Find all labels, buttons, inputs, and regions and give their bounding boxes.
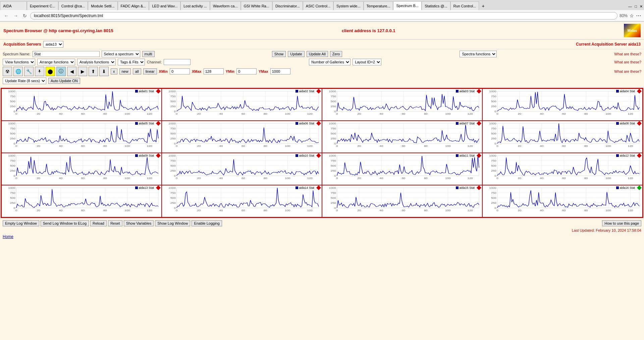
tab-run[interactable]: Run Control... — [450, 1, 479, 10]
svg-text:0: 0 — [176, 112, 178, 115]
ymax-input[interactable] — [270, 68, 290, 74]
tab-stats[interactable]: Statistics @... — [422, 1, 450, 10]
enable-logging-button[interactable]: Enable Logging — [192, 220, 222, 226]
svg-text:100: 100 — [445, 209, 451, 212]
spectrum-cell-aida07[interactable]: aida07 Stat 0 250 500 750 1000 0 20 — [322, 121, 482, 153]
tab-disc[interactable]: Discriminator... — [272, 1, 303, 10]
minimize-button[interactable]: — — [628, 4, 632, 9]
all-button[interactable]: all — [133, 68, 141, 74]
spectrum-cell-aida10[interactable]: aida10 Stat 0 250 500 750 1000 0 20 — [162, 153, 322, 185]
tab-lost[interactable]: Lost activity ... — [180, 1, 210, 10]
how-to-button[interactable]: How to use this page — [602, 220, 641, 226]
arrange-functions-select[interactable]: Arrange functions — [37, 59, 75, 65]
tab-asic[interactable]: ASIC Control... — [303, 1, 333, 10]
update-button[interactable]: Update — [288, 51, 304, 57]
forward-button[interactable]: → — [12, 12, 19, 19]
maximize-button[interactable]: □ — [635, 4, 637, 9]
reset-button[interactable]: Reset — [108, 220, 122, 226]
back-button[interactable]: ← — [3, 12, 10, 19]
tab-led[interactable]: LED and Wav... — [149, 1, 180, 10]
send-log-button[interactable]: Send Log Window to ELog — [41, 220, 89, 226]
server-select[interactable]: aida13 — [43, 41, 63, 48]
spectrum-cell-aida13[interactable]: aida13 Stat 0 250 500 750 1000 0 20 — [1, 185, 162, 217]
address-input[interactable] — [30, 12, 618, 19]
multi-button[interactable]: multi — [142, 51, 155, 57]
reload-button[interactable]: Reload — [90, 220, 107, 226]
cursor-icon-btn[interactable]: 🖈 — [35, 67, 44, 76]
tab-gsi[interactable]: GSI White Ra... — [241, 1, 272, 10]
spectrum-title-aida11: aida11 Stat — [455, 154, 475, 157]
channel-input[interactable] — [164, 59, 191, 65]
left-arrow-icon-btn[interactable]: ◀ — [67, 67, 76, 76]
spectrum-cell-aida09[interactable]: aida09 Stat 0 250 500 750 1000 0 20 — [1, 153, 162, 185]
tab-temp[interactable]: Temperature... — [364, 1, 393, 10]
spectrum-cell-aida16[interactable]: aida16 Stat 0 250 500 750 1000 0 20 — [482, 185, 643, 217]
radioactive-icon-btn[interactable]: ☢ — [3, 67, 12, 76]
tab-control[interactable]: Control @ca... — [58, 1, 88, 10]
tags-fits-select[interactable]: Tags & Fits — [118, 59, 145, 65]
linear-button[interactable]: linear — [143, 68, 157, 74]
view-functions-select[interactable]: View functions — [3, 59, 35, 65]
x-button[interactable]: x — [111, 68, 117, 74]
spectrum-cell-aida14[interactable]: aida14 Stat 0 250 500 750 1000 0 20 — [162, 185, 322, 217]
update-rate-select[interactable]: Update Rate (8 secs) — [3, 77, 46, 84]
new-tab-button[interactable]: + — [479, 2, 487, 10]
what-are-2[interactable]: What are these? — [614, 60, 641, 64]
tab-module[interactable]: Module Setti... — [88, 1, 117, 10]
up-icon-btn[interactable]: ⬆ — [89, 67, 98, 76]
svg-text:500: 500 — [491, 164, 497, 167]
spectrum-cell-aida11[interactable]: aida11 Stat 0 250 500 750 1000 0 20 — [322, 153, 482, 185]
show-button[interactable]: Show — [272, 51, 286, 57]
spectrum-cell-aida06[interactable]: aida06 Stat 0 250 500 750 1000 0 20 — [162, 121, 322, 153]
auto-update-button[interactable]: Auto Update ON — [48, 78, 80, 84]
spectrum-cell-aida02[interactable]: aida02 Stat 0 250 500 750 1000 0 20 — [162, 89, 322, 121]
right-arrow-icon-btn[interactable]: ▶ — [78, 67, 87, 76]
spectrum-cell-aida15[interactable]: aida15 Stat 0 250 500 750 1000 0 20 — [322, 185, 482, 217]
tab-fadc[interactable]: FADC Align &... — [118, 1, 149, 10]
show-log-button[interactable]: Show Log Window — [155, 220, 190, 226]
zero-button[interactable]: Zero — [330, 51, 342, 57]
reload-nav-button[interactable]: ↻ — [21, 12, 28, 19]
spectrum-cell-aida05[interactable]: aida05 Stat 0 250 500 750 1000 0 20 — [1, 121, 162, 153]
home-link[interactable]: Home — [0, 233, 644, 240]
tab-system[interactable]: System wide... — [333, 1, 364, 10]
spectrum-cell-aida03[interactable]: aida03 Stat 0 250 500 750 1000 0 20 — [322, 89, 482, 121]
more-button[interactable]: ⋯ — [636, 12, 641, 19]
acquisition-servers: Acquisition Servers aida13 — [3, 41, 63, 48]
close-button[interactable]: ✕ — [640, 4, 643, 9]
update-all-button[interactable]: Update All — [307, 51, 328, 57]
info-icon-btn[interactable]: ⓘ — [56, 67, 66, 76]
svg-text:750: 750 — [491, 191, 497, 194]
number-of-galleries-select[interactable]: Number of Galleries — [309, 59, 351, 65]
tab-waveform[interactable]: Waveform ca... — [210, 1, 241, 10]
spectrum-cell-aida01[interactable]: aida01 Stat 0 250 500 750 1000 0 20 — [1, 89, 162, 121]
tab-aida[interactable]: AIDA — [0, 1, 27, 10]
spectrum-cell-aida12[interactable]: aida12 Stat 0 250 500 750 1000 0 20 — [482, 153, 643, 185]
spectrum-name-input[interactable] — [33, 51, 100, 57]
svg-text:250: 250 — [331, 169, 336, 172]
spectra-functions-select[interactable]: Spectra functions — [460, 51, 497, 57]
what-are-1[interactable]: What are these? — [614, 52, 641, 56]
what-are-3[interactable]: What are these? — [614, 69, 641, 73]
chart-aida08: 0 250 500 750 1000 0 20 40 60 80 100 12 — [483, 122, 642, 152]
tab-experiment[interactable]: Experiment C... — [27, 1, 58, 10]
svg-text:40: 40 — [540, 177, 544, 179]
circle-icon-btn[interactable]: ⬤ — [46, 67, 55, 76]
svg-text:250: 250 — [170, 202, 176, 204]
empty-log-button[interactable]: Empty Log Window — [3, 220, 39, 226]
analysis-functions-select[interactable]: Analysis functions — [77, 59, 116, 65]
select-spectrum-dropdown[interactable]: Select a spectrum — [102, 51, 140, 57]
tools-icon-btn[interactable]: 🔧 — [24, 67, 34, 76]
xmin-input[interactable] — [170, 68, 190, 74]
ymin-input[interactable] — [236, 68, 257, 74]
bookmark-button[interactable]: ☆ — [630, 13, 634, 18]
globe-icon-btn[interactable]: 🌐 — [13, 67, 23, 76]
new-button[interactable]: new — [119, 68, 131, 74]
layout-id-select[interactable]: Layout ID=2 — [353, 59, 381, 65]
spectrum-cell-aida08[interactable]: aida08 Stat 0 250 500 750 1000 0 20 — [482, 121, 643, 153]
show-variables-button[interactable]: Show Variables — [124, 220, 154, 226]
spectrum-cell-aida04[interactable]: aida04 Stat 0 250 500 750 1000 0 20 — [482, 89, 643, 121]
down-icon-btn[interactable]: ⬇ — [99, 67, 109, 76]
tab-spectrum[interactable]: Spectrum B... — [393, 1, 422, 10]
xmax-input[interactable] — [204, 68, 224, 74]
